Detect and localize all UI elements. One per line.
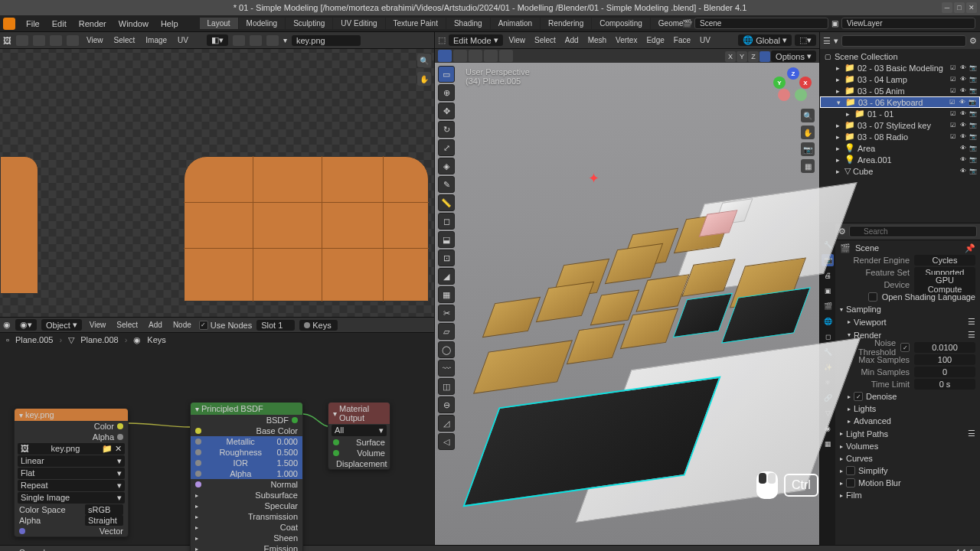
vp-menu-mesh[interactable]: Mesh — [585, 35, 609, 45]
shader-canvas[interactable]: ▾ key.png Color Alpha 🖼key.png📁 ✕ Linear… — [0, 347, 434, 545]
sampling-viewport[interactable]: Viewport — [854, 318, 887, 327]
render-engine-dropdown[interactable]: Cycles — [914, 255, 975, 266]
uv-image-selector[interactable]: key.png — [292, 35, 361, 46]
outliner-item[interactable]: 03 - 07 Stylized key — [858, 121, 931, 130]
menu-file[interactable]: File — [20, 18, 46, 30]
select-mode4[interactable] — [484, 50, 498, 62]
node-material-output[interactable]: ▾ Material Output All▾ Surface Volume Di… — [328, 402, 390, 470]
vp-menu-select[interactable]: Select — [531, 35, 559, 45]
outliner-item[interactable]: Area.001 — [858, 155, 892, 165]
wireframe-toggle[interactable] — [760, 51, 770, 62]
close-button[interactable]: ✕ — [966, 2, 977, 13]
simplify-section[interactable]: Simplify — [858, 466, 888, 475]
viewport-editor-icon[interactable]: ⬚ — [438, 35, 446, 45]
viewport-mode[interactable]: Edit Mode▾ — [449, 34, 503, 46]
workspace-animation[interactable]: Animation — [491, 18, 540, 29]
uv-menu-image[interactable]: Image — [142, 35, 170, 45]
uv-editor-icon[interactable]: 🖼 — [3, 36, 11, 45]
outliner-item[interactable]: 02 - 03 Basic Modeling — [858, 64, 943, 73]
select-face-mode[interactable] — [469, 50, 482, 62]
uv-menu-view[interactable]: View — [83, 35, 106, 45]
denoise-label[interactable]: Denoise — [866, 392, 897, 401]
film-section[interactable]: Film — [846, 491, 862, 500]
snap-dropdown[interactable]: ⬚▾ — [795, 34, 816, 46]
uv-sync-dropdown[interactable]: ◧▾ — [207, 34, 228, 46]
output-target[interactable]: All▾ — [332, 425, 387, 436]
breadcrumb-mesh[interactable]: Plane.008 — [80, 335, 119, 344]
scene-collection[interactable]: Scene Collection — [835, 52, 898, 61]
osl-checkbox[interactable] — [868, 292, 877, 302]
advanced-section[interactable]: Advanced — [854, 416, 891, 425]
filter-icon[interactable]: ⚙ — [969, 36, 977, 46]
shader-type-dropdown[interactable]: ◉▾ — [15, 319, 37, 331]
outliner-item[interactable]: 03 - 04 Lamp — [858, 75, 907, 84]
menu-render[interactable]: Render — [73, 18, 113, 30]
uv-menu-select[interactable]: Select — [111, 35, 139, 45]
select-mode5[interactable] — [499, 50, 513, 62]
workspace-rendering[interactable]: Rendering — [541, 18, 591, 29]
vp-menu-view[interactable]: View — [506, 35, 529, 45]
uv-select-mode1[interactable] — [233, 35, 245, 46]
img-alpha[interactable]: Straight — [85, 515, 123, 526]
slot-dropdown[interactable]: Slot 1 — [256, 320, 295, 331]
options-dropdown[interactable]: Options▾ — [771, 51, 816, 62]
img-proj[interactable]: Flat▾ — [18, 468, 125, 479]
preset-icon[interactable]: ☰ — [968, 330, 975, 340]
maximize-button[interactable]: □ — [954, 2, 965, 13]
axis-x-toggle[interactable]: X — [725, 51, 736, 62]
vp-menu-vertex[interactable]: Vertex — [612, 35, 640, 45]
scene-name[interactable]: Scene — [855, 243, 879, 253]
uv-select-mode2[interactable] — [250, 35, 262, 46]
viewlayer-name-input[interactable] — [841, 18, 975, 29]
workspace-texturepaint[interactable]: Texture Paint — [386, 18, 446, 29]
menu-help[interactable]: Help — [155, 18, 185, 30]
denoise-checkbox[interactable] — [854, 392, 863, 401]
uv-pan-icon[interactable]: ✋ — [417, 72, 431, 86]
outliner-tree[interactable]: ▢Scene Collection ▸📁02 - 03 Basic Modeli… — [820, 49, 980, 178]
workspace-modeling[interactable]: Modeling — [239, 18, 286, 29]
node-image-texture[interactable]: ▾ key.png Color Alpha 🖼key.png📁 ✕ Linear… — [14, 408, 129, 537]
motionblur-section[interactable]: Motion Blur — [858, 478, 901, 487]
minimize-button[interactable]: ─ — [942, 2, 952, 13]
shader-menu-add[interactable]: Add — [145, 320, 165, 330]
volumes-section[interactable]: Volumes — [846, 442, 878, 451]
uv-mode-btn4[interactable] — [67, 35, 79, 46]
workspace-uvediting[interactable]: UV Editing — [333, 18, 384, 29]
img-ext[interactable]: Repeat▾ — [18, 480, 125, 491]
workspace-shading[interactable]: Shading — [446, 18, 490, 29]
vp-menu-uv[interactable]: UV — [697, 35, 714, 45]
outliner-editor-icon[interactable]: ☰ — [823, 36, 831, 46]
camera-icon[interactable]: 📷 — [801, 142, 815, 156]
shader-menu-view[interactable]: View — [87, 320, 109, 330]
nav-gizmo[interactable]: Z Y X — [773, 67, 812, 106]
img-colorspace[interactable]: sRGB — [85, 504, 123, 515]
use-nodes-toggle[interactable]: Use Nodes — [199, 321, 252, 330]
img-file-field[interactable]: 🖼key.png📁 ✕ — [18, 443, 125, 455]
select-vert-mode[interactable] — [438, 50, 452, 62]
min-samples-input[interactable]: 0 — [914, 367, 975, 377]
light-paths-section[interactable]: Light Paths — [846, 429, 888, 439]
breadcrumb-obj[interactable]: Plane.005 — [15, 335, 54, 344]
workspace-sculpting[interactable]: Sculpting — [286, 18, 332, 29]
vp-menu-add[interactable]: Add — [562, 35, 582, 45]
prop-tab-world[interactable]: 🌐 — [822, 315, 834, 328]
uv-mode-btn3[interactable] — [50, 35, 62, 46]
pin-icon[interactable]: 📌 — [965, 243, 975, 253]
pan-icon[interactable]: ✋ — [801, 126, 815, 139]
node-header[interactable]: ▾ Principled BSDF — [191, 403, 302, 415]
simplify-checkbox[interactable] — [846, 466, 855, 475]
orientation-dropdown[interactable]: 🌐 Global▾ — [738, 34, 792, 46]
outliner-item[interactable]: Cube — [853, 167, 873, 176]
perspective-icon[interactable]: ▦ — [801, 159, 815, 173]
props-search[interactable] — [849, 226, 977, 237]
axis-z-toggle[interactable]: Z — [748, 51, 759, 62]
curves-section[interactable]: Curves — [846, 454, 873, 463]
uv-canvas[interactable] — [0, 49, 434, 317]
menu-window[interactable]: Window — [113, 18, 155, 30]
node-principled-bsdf[interactable]: ▾ Principled BSDF BSDF Base Color Metall… — [190, 402, 303, 551]
workspace-compositing[interactable]: Compositing — [592, 18, 650, 29]
prop-tab-scene[interactable]: 🎬 — [822, 300, 834, 312]
shader-menu-node[interactable]: Node — [170, 320, 194, 330]
prop-tab-viewlayer[interactable]: ▣ — [822, 285, 834, 297]
axis-y-toggle[interactable]: Y — [737, 51, 747, 62]
